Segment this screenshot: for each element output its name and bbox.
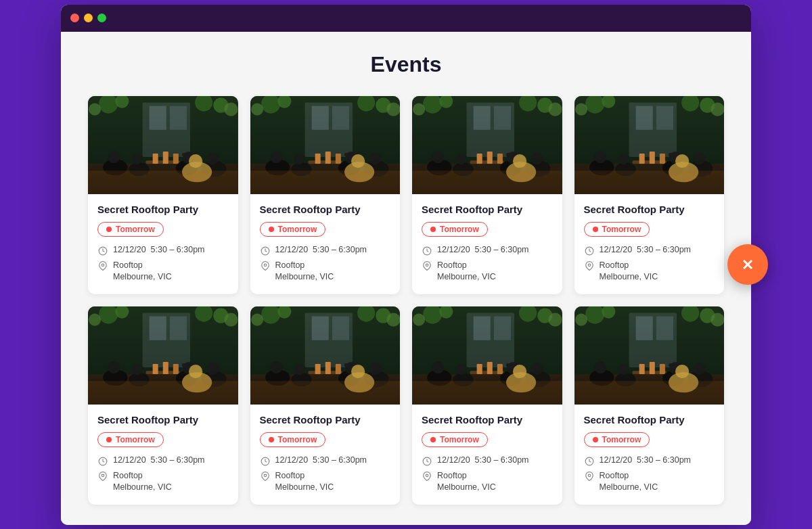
date-time-row: 12/12/20 5:30 – 6:30pm (422, 455, 553, 467)
date-time-row: 12/12/20 5:30 – 6:30pm (584, 245, 715, 256)
svg-point-170 (369, 363, 381, 375)
svg-point-47 (270, 151, 282, 163)
traffic-light-minimize[interactable] (84, 14, 93, 22)
svg-rect-188 (487, 362, 493, 374)
event-name: Secret Rooftop Party (260, 414, 391, 426)
svg-point-228 (693, 363, 705, 375)
event-info: Secret Rooftop Party Tomorrow 12/12/20 5… (412, 194, 562, 294)
svg-point-213 (575, 313, 587, 325)
event-name: Secret Rooftop Party (584, 414, 715, 426)
event-card[interactable]: Secret Rooftop Party Tomorrow 12/12/20 5… (574, 96, 725, 294)
clock-icon (584, 456, 595, 467)
svg-point-78 (455, 154, 466, 164)
svg-point-184 (413, 313, 425, 325)
clock-icon (97, 456, 108, 467)
svg-rect-34 (332, 106, 348, 129)
svg-point-199 (531, 363, 543, 375)
svg-rect-28 (88, 170, 238, 194)
svg-point-85 (513, 154, 526, 168)
event-location: Rooftop Melbourne, VIC (600, 470, 658, 494)
event-meta: 12/12/20 5:30 – 6:30pm Rooftop Melbourne… (97, 455, 229, 494)
event-image (412, 96, 562, 194)
event-image (574, 306, 725, 405)
event-card[interactable]: Secret Rooftop Party Tomorrow 12/12/20 5… (574, 306, 725, 505)
svg-rect-131 (173, 364, 179, 374)
location-row: Rooftop Melbourne, VIC (260, 470, 391, 494)
date-time-row: 12/12/20 5:30 – 6:30pm (260, 455, 391, 467)
badge-text: Tomorrow (440, 435, 479, 444)
event-image (88, 96, 238, 194)
badge-dot (430, 437, 436, 442)
event-card[interactable]: Secret Rooftop Party Tomorrow 12/12/20 5… (88, 96, 238, 294)
event-badge[interactable]: Tomorrow (97, 222, 164, 237)
event-name: Secret Rooftop Party (97, 204, 229, 215)
venue-city: Melbourne, VIC (275, 482, 334, 494)
svg-rect-44 (335, 154, 340, 164)
event-image (250, 306, 401, 405)
event-datetime: 12/12/20 5:30 – 6:30pm (113, 245, 205, 254)
event-card[interactable]: Secret Rooftop Party Tomorrow 12/12/20 5… (250, 96, 401, 294)
svg-point-221 (594, 361, 606, 373)
venue-city: Melbourne, VIC (113, 482, 172, 494)
svg-rect-5 (170, 106, 187, 129)
svg-point-136 (131, 364, 142, 375)
event-meta: 12/12/20 5:30 – 6:30pm Rooftop Melbourne… (260, 455, 391, 494)
svg-point-25 (206, 152, 219, 164)
svg-point-117 (588, 264, 591, 267)
event-badge[interactable]: Tomorrow (422, 222, 488, 237)
event-badge[interactable]: Tomorrow (97, 432, 164, 447)
svg-rect-101 (649, 152, 654, 164)
location-row: Rooftop Melbourne, VIC (260, 260, 391, 283)
location-icon (97, 260, 108, 271)
event-info: Secret Rooftop Party Tomorrow 12/12/20 5… (250, 405, 401, 505)
event-datetime: 12/12/20 5:30 – 6:30pm (600, 455, 692, 465)
svg-point-107 (618, 154, 629, 164)
svg-point-134 (108, 361, 120, 373)
event-image (412, 306, 562, 405)
event-card[interactable]: Secret Rooftop Party Tomorrow 12/12/20 5… (412, 96, 562, 294)
svg-point-165 (294, 364, 304, 375)
svg-point-233 (588, 474, 591, 477)
svg-point-20 (131, 154, 142, 164)
event-meta: 12/12/20 5:30 – 6:30pm Rooftop Melbourne… (260, 245, 391, 283)
venue-name: Rooftop (113, 260, 172, 272)
badge-text: Tomorrow (116, 435, 155, 444)
traffic-light-maximize[interactable] (97, 14, 106, 22)
svg-rect-178 (474, 316, 491, 340)
badge-text: Tomorrow (278, 435, 317, 444)
event-card[interactable]: Secret Rooftop Party Tomorrow 12/12/20 5… (412, 306, 562, 505)
venue-city: Melbourne, VIC (275, 271, 334, 283)
svg-point-230 (675, 365, 689, 378)
clock-icon (584, 246, 595, 256)
event-meta: 12/12/20 5:30 – 6:30pm Rooftop Melbourne… (422, 245, 553, 283)
event-location: Rooftop Melbourne, VIC (275, 260, 334, 283)
close-button[interactable] (727, 244, 768, 285)
event-info: Secret Rooftop Party Tomorrow 12/12/20 5… (250, 194, 401, 294)
event-meta: 12/12/20 5:30 – 6:30pm Rooftop Melbourne… (422, 455, 553, 494)
event-card[interactable]: Secret Rooftop Party Tomorrow 12/12/20 5… (88, 306, 238, 505)
svg-point-112 (693, 152, 705, 164)
event-card[interactable]: Secret Rooftop Party Tomorrow 12/12/20 5… (250, 306, 401, 505)
svg-rect-73 (497, 154, 503, 164)
svg-rect-120 (150, 316, 166, 340)
event-badge[interactable]: Tomorrow (584, 432, 650, 447)
date-time-row: 12/12/20 5:30 – 6:30pm (97, 455, 229, 467)
event-image (88, 306, 238, 405)
event-location: Rooftop Melbourne, VIC (275, 470, 334, 494)
location-icon (97, 471, 108, 482)
event-badge[interactable]: Tomorrow (260, 222, 326, 237)
event-badge[interactable]: Tomorrow (260, 432, 326, 447)
svg-rect-102 (659, 154, 664, 164)
badge-text: Tomorrow (602, 225, 641, 234)
svg-rect-179 (494, 316, 511, 340)
browser-titlebar (61, 5, 751, 32)
svg-point-98 (710, 102, 724, 116)
event-badge[interactable]: Tomorrow (422, 432, 488, 447)
svg-rect-14 (163, 152, 168, 164)
event-badge[interactable]: Tomorrow (584, 222, 650, 237)
location-row: Rooftop Melbourne, VIC (422, 260, 553, 283)
svg-rect-207 (635, 316, 652, 340)
event-name: Secret Rooftop Party (97, 414, 229, 426)
location-icon (584, 260, 595, 271)
traffic-light-close[interactable] (70, 14, 79, 22)
